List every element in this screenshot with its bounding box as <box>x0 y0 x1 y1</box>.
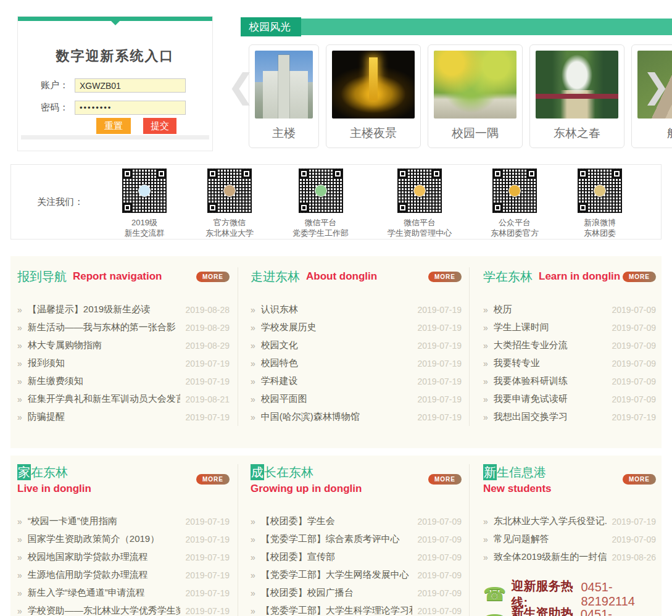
login-panel-top-bar <box>18 17 212 21</box>
news-date: 2019-07-19 <box>417 305 462 315</box>
double-arrow-icon: » <box>483 323 488 333</box>
news-list-item[interactable]: » 【校团委】学生会 2019-07-09 <box>251 512 462 530</box>
news-list-item[interactable]: » 生源地信用助学贷款办理流程 2019-07-19 <box>17 566 230 584</box>
qr-code-image <box>122 169 167 213</box>
more-button[interactable]: MORE <box>428 474 462 485</box>
news-title: 【校团委】学生会 <box>261 515 413 527</box>
more-button[interactable]: MORE <box>623 272 656 282</box>
news-title: 我想出国交换学习 <box>494 411 607 423</box>
column-header: 家在东林 Live in donglin MORE <box>17 464 230 496</box>
account-input[interactable] <box>75 78 186 93</box>
more-button[interactable]: MORE <box>196 474 230 485</box>
news-list-item[interactable]: » 东北林业大学入学兵役登记... 2019-07-19 <box>483 512 656 530</box>
news-list-item[interactable]: » 校园特色 2019-07-19 <box>251 354 462 372</box>
column-title-en: New students <box>483 483 656 496</box>
news-list-item[interactable]: » 国家学生资助政策简介（2019） 2019-07-19 <box>17 530 230 548</box>
carousel-card-main-building[interactable]: 主楼 <box>249 44 319 148</box>
double-arrow-icon: » <box>483 341 488 351</box>
news-list-item[interactable]: » 校园平面图 2019-07-19 <box>251 390 462 408</box>
news-list-item[interactable]: » “校园一卡通”使用指南 2019-07-19 <box>17 512 230 530</box>
news-date: 2019-08-21 <box>185 394 230 404</box>
qr-item-youth-league-official: 公众平台东林团委官方 <box>491 169 539 238</box>
carousel-card-spring[interactable]: 东林之春 <box>529 44 624 148</box>
qr-item-freshman-qq-group: 2019级新生交流群 <box>122 169 167 238</box>
carousel-card-main-building-night[interactable]: 主楼夜景 <box>326 44 421 148</box>
news-list-item[interactable]: » 防骗提醒 2019-07-19 <box>17 408 230 426</box>
follow-us-box: 关注我们： 2019级新生交流群 官方微信东北林业大学 微信平台党委学生工作部 … <box>10 164 662 239</box>
hotline-label: 新生资助热线: <box>511 605 579 616</box>
column-header: 成长在东林 Growing up in donglin MORE <box>251 464 462 496</box>
card-caption: 主楼夜景 <box>332 125 415 141</box>
submit-button[interactable]: 提交 <box>143 118 176 134</box>
news-list-item[interactable]: » 林大专属购物指南 2019-08-29 <box>17 336 230 354</box>
qr-item-financial-aid-wechat: 微信平台学生资助管理中心 <box>388 169 452 238</box>
news-date: 2019-07-19 <box>417 323 462 333</box>
news-date: 2019-07-09 <box>612 394 656 404</box>
news-title: 我要申请免试读研 <box>494 393 607 405</box>
column-title-en: Learn in donglin <box>539 270 620 283</box>
column-title-en: Live in donglin <box>17 483 230 496</box>
news-date: 2019-07-19 <box>185 359 230 368</box>
follow-us-label: 关注我们： <box>37 196 83 208</box>
carousel-header-bar: 校园风光 <box>241 19 672 35</box>
column-title-en: About donglin <box>306 270 377 283</box>
news-list-item[interactable]: » 征集开学典礼和新生军训动员大会发言... 2019-08-21 <box>17 390 230 408</box>
news-list-item[interactable]: » 新生缴费须知 2019-07-19 <box>17 372 230 390</box>
news-list-item[interactable]: » 中国(哈尔滨)森林博物馆 2019-07-19 <box>251 408 462 426</box>
card-caption: 航拍 <box>637 125 672 141</box>
news-list-item[interactable]: » 大类招生专业分流 2019-07-09 <box>483 336 656 354</box>
news-list-item[interactable]: » 校园文化 2019-07-19 <box>251 336 462 354</box>
news-list-item[interactable]: » 致全体2019级新生的一封信 2019-08-26 <box>483 548 656 566</box>
more-button[interactable]: MORE <box>623 474 656 485</box>
news-list-item[interactable]: » 校园地国家助学贷款办理流程 2019-07-19 <box>17 548 230 566</box>
qr-caption-line2: 东林团委 <box>584 228 616 238</box>
news-list-item[interactable]: » 报到须知 2019-07-19 <box>17 354 230 372</box>
carousel-card-campus-corner[interactable]: 校园一隅 <box>428 44 523 148</box>
news-list-item[interactable]: » 新生入学“绿色通道”申请流程 2019-07-19 <box>17 584 230 602</box>
news-list-item[interactable]: » 学校发展历史 2019-07-19 <box>251 318 462 336</box>
news-list-item[interactable]: » 我想出国交换学习 2019-07-19 <box>483 408 656 426</box>
column-live-in-donglin: 家在东林 Live in donglin MORE » “校园一卡通”使用指南 … <box>10 464 238 616</box>
news-title: 【校团委】宣传部 <box>261 551 413 563</box>
news-list-item[interactable]: » 【温馨提示】2019级新生必读 2019-08-28 <box>17 301 230 318</box>
news-title: 【党委学工部】综合素质考评中心 <box>261 533 413 545</box>
double-arrow-icon: » <box>17 359 22 368</box>
news-title: 防骗提醒 <box>28 411 181 423</box>
password-input[interactable] <box>75 101 186 115</box>
qr-caption-line1: 公众平台 <box>491 217 539 228</box>
news-list-item[interactable]: » 我要转专业 2019-07-09 <box>483 354 656 372</box>
qr-code-image <box>299 169 343 213</box>
news-list-item[interactable]: » 学生上课时间 2019-07-09 <box>483 318 656 336</box>
league-logo-icon <box>508 185 521 197</box>
news-list-item[interactable]: » 【党委学工部】大学生网络发展中心 2019-07-09 <box>251 566 462 584</box>
news-list-item[interactable]: » 我要体验科研训练 2019-07-09 <box>483 372 656 390</box>
news-list-item[interactable]: » 【校团委】校园广播台 2019-07-09 <box>251 584 462 602</box>
more-button[interactable]: MORE <box>196 272 230 282</box>
news-list-item[interactable]: » 学校资助——东北林业大学优秀学生奖... 2019-07-19 <box>17 602 230 616</box>
news-list-item[interactable]: » 认识东林 2019-07-19 <box>251 301 462 318</box>
qr-caption-line1: 微信平台 <box>292 217 349 228</box>
news-list-item[interactable]: » 【党委学工部】大学生科学理论学习和... 2019-07-09 <box>251 602 462 616</box>
more-button[interactable]: MORE <box>428 272 462 282</box>
news-list-item[interactable]: » 【校团委】宣传部 2019-07-09 <box>251 548 462 566</box>
news-title: 新生活动——我与东林的第一张合影 <box>28 322 181 333</box>
news-list-item[interactable]: » 【党委学工部】综合素质考评中心 2019-07-09 <box>251 530 462 548</box>
double-arrow-icon: » <box>251 394 255 404</box>
double-arrow-icon: » <box>17 323 22 333</box>
double-arrow-icon: » <box>17 377 22 386</box>
news-list-item[interactable]: » 学科建设 2019-07-19 <box>251 372 462 390</box>
news-list-item[interactable]: » 我要申请免试读研 2019-07-09 <box>483 390 656 408</box>
reset-button[interactable]: 重置 <box>96 118 131 134</box>
carousel-next-button[interactable]: ❯ <box>642 69 670 102</box>
news-list-item[interactable]: » 常见问题解答 2019-07-09 <box>483 530 656 548</box>
news-list-item[interactable]: » 新生活动——我与东林的第一张合影 2019-08-29 <box>17 318 230 336</box>
hotline-number: 0451-82192114 <box>581 580 656 609</box>
aid-hotline: ☎ 新生资助热线: 0451-82191012 <box>483 608 656 616</box>
double-arrow-icon: » <box>251 535 255 544</box>
photo-campus-corner <box>434 51 516 119</box>
news-list-item[interactable]: » 校历 2019-07-09 <box>483 301 656 318</box>
carousel-prev-button[interactable]: ❮ <box>227 69 255 102</box>
title-highlight-char: 家 <box>17 464 31 480</box>
phone-icon: ☎ <box>483 612 506 616</box>
double-arrow-icon: » <box>17 341 22 351</box>
